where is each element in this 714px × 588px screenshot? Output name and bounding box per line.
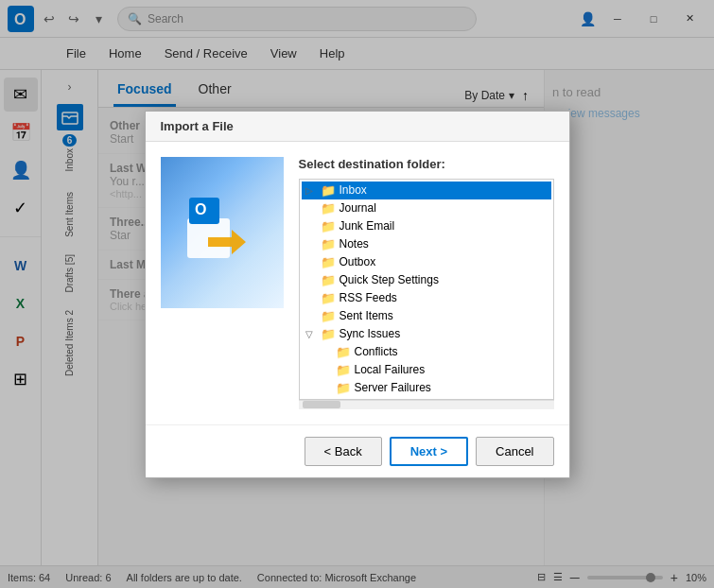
- dialog-titlebar: Import a File: [146, 112, 569, 142]
- tree-item-junk-email[interactable]: 📁 Junk Email: [302, 217, 551, 235]
- folder-icon: 📁: [336, 381, 351, 395]
- tree-item-label: Local Failures: [355, 363, 426, 376]
- tree-item-label: Inbox: [340, 183, 367, 197]
- modal-overlay: Import a File: [0, 0, 714, 588]
- tree-item-label: RSS Feeds: [340, 291, 397, 304]
- folder-icon: 📁: [321, 327, 336, 341]
- cancel-button[interactable]: Cancel: [476, 437, 553, 466]
- tree-item-rss-feeds[interactable]: 📁 RSS Feeds: [302, 289, 551, 307]
- tree-item-sync-issues[interactable]: ▽ 📁 Sync Issues: [302, 325, 551, 343]
- folder-icon: 📁: [321, 255, 336, 269]
- tree-item-quick-step[interactable]: 📁 Quick Step Settings: [302, 271, 551, 289]
- folder-icon: 📁: [321, 237, 336, 251]
- tree-item-label: Server Failures: [355, 381, 431, 394]
- tree-item-label: Sync Issues: [340, 327, 401, 340]
- folder-icon: 📁: [321, 309, 336, 323]
- folder-icon: 📁: [336, 345, 351, 359]
- tree-item-notes[interactable]: 📁 Notes: [302, 235, 551, 253]
- tree-item-label: Junk Email: [340, 219, 395, 233]
- folder-tree[interactable]: ▷ 📁 Inbox 📁 Journal 📁 Junk Email: [299, 179, 554, 400]
- folder-icon: 📁: [336, 363, 351, 377]
- folder-icon: 📁: [321, 201, 336, 216]
- tree-item-label: Outbox: [340, 255, 376, 268]
- tree-item-outbox[interactable]: 📁 Outbox: [302, 253, 551, 271]
- dialog-body: O Select destination folder: ▷ 📁 Inbox: [146, 142, 569, 424]
- tree-item-server-failures[interactable]: 📁 Server Failures: [302, 379, 551, 397]
- tree-item-sent-items[interactable]: 📁 Sent Items: [302, 307, 551, 325]
- next-button[interactable]: Next >: [390, 437, 468, 466]
- tree-item-label: Notes: [340, 237, 369, 251]
- folder-icon: 📁: [321, 273, 336, 287]
- tree-item-label: Conflicts: [355, 345, 398, 358]
- tree-item-journal[interactable]: 📁 Journal: [302, 199, 551, 217]
- expand-icon: ▷: [305, 185, 317, 196]
- tree-item-label: Sent Items: [340, 309, 393, 322]
- tree-horizontal-scrollbar[interactable]: [299, 400, 554, 409]
- folder-icon: 📁: [321, 183, 336, 198]
- hscroll-thumb: [303, 401, 340, 408]
- expand-icon: ▽: [305, 329, 317, 339]
- folder-icon: 📁: [321, 291, 336, 305]
- outlook-arrow-graphic: O: [180, 190, 265, 275]
- import-file-dialog: Import a File: [145, 111, 570, 478]
- folder-icon: 📁: [321, 219, 336, 233]
- tree-item-conflicts[interactable]: 📁 Conflicts: [302, 343, 551, 361]
- dialog-footer: < Back Next > Cancel: [146, 424, 569, 477]
- tree-item-inbox[interactable]: ▷ 📁 Inbox: [302, 182, 551, 199]
- tree-item-label: Quick Step Settings: [340, 273, 439, 286]
- dialog-title: Import a File: [161, 119, 234, 133]
- tree-item-local-failures[interactable]: 📁 Local Failures: [302, 361, 551, 379]
- back-button[interactable]: < Back: [305, 437, 382, 466]
- dialog-illustration: O: [161, 157, 284, 308]
- destination-label: Select destination folder:: [299, 157, 554, 171]
- tree-item-label: Journal: [340, 201, 376, 215]
- dialog-right: Select destination folder: ▷ 📁 Inbox 📁 J…: [299, 157, 554, 409]
- svg-text:O: O: [195, 201, 206, 217]
